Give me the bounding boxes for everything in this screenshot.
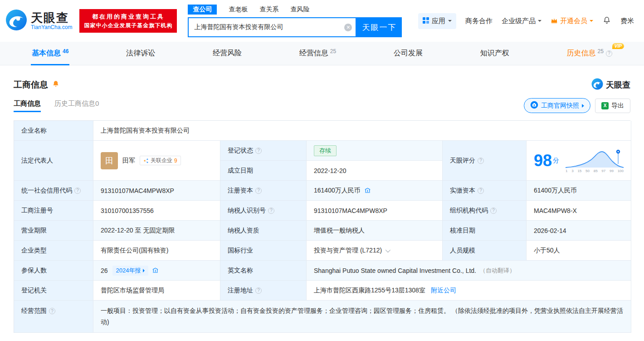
help-icon[interactable] <box>255 287 262 294</box>
clear-search-icon[interactable]: ✕ <box>344 24 352 31</box>
slogan-line1: 都在用的商业查询工具 <box>84 12 172 21</box>
main-content: 工商信息 天眼查 工商信息 历史工商信息0 <box>0 65 644 341</box>
enterprise-products-menu[interactable]: 企业级产品 <box>502 17 542 25</box>
search-input[interactable] <box>189 24 356 31</box>
help-icon[interactable] <box>255 188 262 194</box>
value-business-term: 2022-12-20 至 无固定期限 <box>93 221 220 241</box>
tab-history-info[interactable]: 历史信息 25 VIP <box>561 42 619 65</box>
tab-count: 25 <box>330 48 336 54</box>
user-menu[interactable]: 费米 <box>620 17 634 25</box>
section-header: 工商信息 天眼查 <box>14 78 630 92</box>
tab-count: 46 <box>63 48 68 54</box>
official-snapshot-button[interactable]: 工商官网快照 <box>524 98 590 113</box>
label-paid-capital: 实缴资本 <box>443 181 527 201</box>
label-english-name: 英文名称 <box>220 261 307 281</box>
label-text: 注册资本 <box>228 187 253 195</box>
value-text: Shanghai Putuo State owned Capital Inves… <box>314 267 476 274</box>
label-registered-capital: 注册资本 <box>220 181 307 201</box>
label-credit-code: 统一社会信用代码 <box>14 181 93 201</box>
vip-label: 开通会员 <box>560 17 587 25</box>
tianyancha-logo[interactable]: 天眼查 TianYanCha.com <box>5 9 72 33</box>
section-actions: 工商官网快照 X 导出 <box>524 98 630 113</box>
label-taxpayer-id: 纳税人识别号 <box>220 201 307 221</box>
label-text: 注册地址 <box>228 287 253 295</box>
value-registered-address: 上海市普陀区西康路1255号13层1308室 附近公司 <box>307 281 631 301</box>
tab-legal-litigation[interactable]: 法律诉讼 <box>120 42 161 65</box>
tab-label: 经营风险 <box>213 49 242 58</box>
chevron-down-icon[interactable] <box>385 247 390 252</box>
annual-report-badge[interactable]: 2024年报 <box>112 266 148 276</box>
tab-label: 经营信息 <box>299 49 328 58</box>
search-button[interactable]: 天眼一下 <box>356 17 402 37</box>
label-registration-authority: 登记机关 <box>14 281 93 301</box>
help-icon[interactable] <box>268 208 274 214</box>
score-axis-labels: 1 3 15 50 85 97 99 100 <box>566 169 624 173</box>
label-text: 实缴资本 <box>450 187 475 195</box>
network-icon <box>143 158 149 163</box>
label-company-type: 企业类型 <box>14 241 93 261</box>
tab-intellectual-property[interactable]: 知识产权 <box>474 42 516 65</box>
tab-operation-info[interactable]: 经营信息 25 <box>293 42 342 65</box>
value-taxpayer-quality: 增值税一般纳税人 <box>307 221 443 241</box>
excel-icon: X <box>601 102 609 109</box>
value-registered-capital: 161400万人民币 <box>307 181 443 201</box>
value-company-name: 上海普陀国有资本投资有限公司 <box>93 121 631 141</box>
search-tab-relation[interactable]: 查关系 <box>259 5 278 15</box>
page: 天眼查 TianYanCha.com 都在用的商业查询工具 国家中小企业发展子基… <box>0 0 644 341</box>
value-english-name: Shanghai Putuo State owned Capital Inves… <box>307 261 631 281</box>
value-org-code: MAC4MPW8-X <box>527 201 631 221</box>
value-text: 26 <box>101 267 108 274</box>
label-business-scope: 经营范围 <box>14 301 93 333</box>
legal-rep-name[interactable]: 田军 <box>122 157 135 165</box>
chevron-down-icon <box>590 20 593 24</box>
username-label: 费米 <box>620 17 634 25</box>
label-registered-address: 注册地址 <box>220 281 307 301</box>
subscribe-bell-icon[interactable] <box>52 80 60 90</box>
value-establish-date: 2022-12-20 <box>307 161 443 181</box>
related-label: 关联企业 <box>151 157 172 164</box>
search-tab-company[interactable]: 查公司 <box>188 5 217 15</box>
tab-company-development[interactable]: 公司发展 <box>387 42 429 65</box>
export-label: 导出 <box>611 102 624 110</box>
help-icon[interactable] <box>478 188 484 194</box>
apps-menu[interactable]: 应用 <box>418 13 456 29</box>
value-approval-date: 2026-02-14 <box>527 221 631 241</box>
tab-basic-info[interactable]: 基本信息 46 <box>25 42 75 65</box>
tab-label: 法律诉讼 <box>126 49 155 58</box>
help-icon[interactable] <box>490 208 497 214</box>
help-icon[interactable] <box>606 50 612 57</box>
slogan-banner: 都在用的商业查询工具 国家中小企业发展子基金旗下机构 <box>79 9 177 33</box>
search-input-wrap: ✕ <box>188 17 356 37</box>
search-tab-boss[interactable]: 查老板 <box>229 5 248 15</box>
section-title: 工商信息 <box>14 79 48 91</box>
label-taxpayer-quality: 纳税人资质 <box>220 221 307 241</box>
notifications-button[interactable] <box>602 16 611 26</box>
subtab-history-business-info[interactable]: 历史工商信息0 <box>54 99 99 112</box>
subtab-business-info[interactable]: 工商信息 <box>14 99 41 112</box>
value-tianyan-score[interactable]: 98 分 1 3 15 50 85 <box>527 141 631 181</box>
help-icon[interactable] <box>255 148 262 154</box>
help-icon[interactable] <box>74 188 81 194</box>
open-vip-menu[interactable]: 开通会员 <box>551 17 593 25</box>
bank-icon[interactable] <box>152 267 159 274</box>
label-staff-size: 人员规模 <box>443 241 527 261</box>
related-companies-badge[interactable]: 关联企业 9 <box>140 156 181 165</box>
header-right: 应用 商务合作 企业级产品 开通会员 <box>418 13 634 29</box>
help-icon[interactable] <box>478 158 484 164</box>
tab-operation-risk[interactable]: 经营风险 <box>206 42 248 65</box>
bell-icon <box>602 16 611 26</box>
label-text: 天眼评分 <box>450 157 475 165</box>
arrow-right-icon <box>582 104 584 108</box>
crown-icon <box>551 17 558 25</box>
export-button[interactable]: X 导出 <box>595 99 630 113</box>
tab-label: 公司发展 <box>394 49 423 58</box>
search-tab-risk[interactable]: 查风险 <box>290 5 309 15</box>
business-cooperation-link[interactable]: 商务合作 <box>465 17 493 25</box>
nearby-companies-link[interactable]: 附近公司 <box>431 287 456 295</box>
help-icon[interactable] <box>49 308 55 314</box>
label-business-term: 营业期限 <box>14 221 93 241</box>
grid-icon <box>423 17 429 25</box>
report-label: 2024年报 <box>116 267 141 275</box>
legal-rep-avatar[interactable]: 田 <box>101 152 118 169</box>
bank-icon[interactable] <box>364 187 371 194</box>
